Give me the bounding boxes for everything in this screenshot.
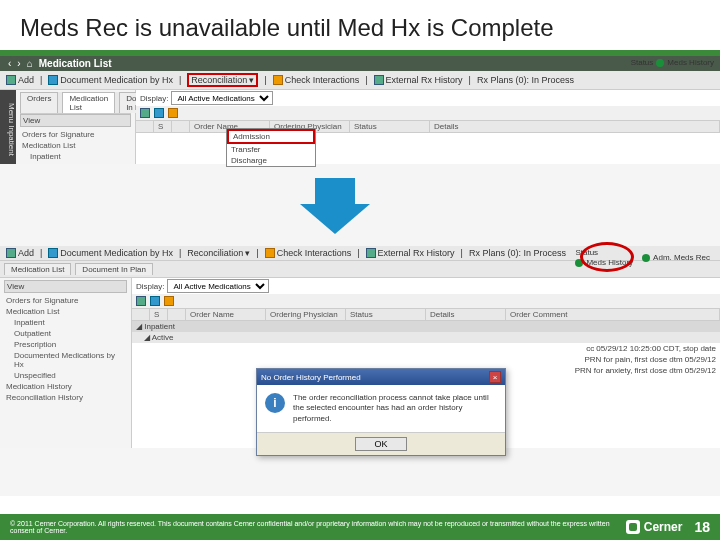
row-doc-hx[interactable]: Documented Medications by Hx [4,350,127,370]
check-interactions-button-2[interactable]: Check Interactions [265,248,352,258]
back-icon[interactable]: ‹ [8,58,11,69]
reconcile-button[interactable]: Reconciliation ▾ [187,73,258,87]
dialog-message: The order reconciliation process cannot … [293,393,497,424]
window-title: Medication List [39,58,112,69]
display-label: Display: [140,94,168,103]
menu-admission[interactable]: Admission [227,129,315,144]
tab-med-list-2[interactable]: Medication List [4,263,71,275]
doc-hx-button-2[interactable]: Document Medication by Hx [48,248,173,258]
ext-rx-button-2[interactable]: External Rx History [366,248,455,258]
grid-toolbar [136,106,720,121]
content-area: ‹ › ⌂ Medication List Add| Document Medi… [0,56,720,496]
tab-doc-in-2[interactable]: Document In Plan [75,263,153,275]
slide-footer: © 2011 Cerner Corporation. All rights re… [0,514,720,540]
menu-transfer[interactable]: Transfer [227,144,315,155]
down-arrow-callout [300,178,370,238]
table-row[interactable]: cc 05/29/12 10:25:00 CDT, stop date [132,343,720,354]
brand-logo: Cerner [626,520,683,534]
tool-icon-2[interactable] [154,108,164,118]
col-details[interactable]: Details [430,121,720,132]
slide-title: Meds Rec is unavailable until Med Hx is … [0,0,720,50]
col-icon [172,121,190,132]
row-med-history[interactable]: Medication History [4,381,127,392]
add-button-2[interactable]: Add [6,248,34,258]
row-inpatient[interactable]: Inpatient [4,317,127,328]
row-prescription[interactable]: Prescription [4,339,127,350]
warning-dialog: No Order History Performed × i The order… [256,368,506,456]
home-icon[interactable]: ⌂ [27,58,33,69]
callout-circle [580,242,634,272]
left-pane-upper: Orders Medication List Document In Plan … [16,90,136,164]
grid-toolbar-2 [132,294,720,309]
col-details-2[interactable]: Details [426,309,506,320]
doc-hx-button[interactable]: Document Medication by Hx [48,75,173,85]
tool-icon-1[interactable] [140,108,150,118]
tab-med-list[interactable]: Medication List [62,92,115,113]
rx-plans-button[interactable]: Rx Plans (0): In Process [477,75,574,85]
dialog-titlebar: No Order History Performed × [257,369,505,385]
col-check [136,121,154,132]
page-number: 18 [694,519,710,535]
right-pane-upper: Display: All Active Medications S Order … [136,90,720,164]
col-comment-2[interactable]: Order Comment [506,309,720,320]
table-row[interactable]: PRN for pain, first dose dtm 05/29/12 [132,354,720,365]
dialog-title: No Order History Performed [261,373,361,382]
inpatient-row[interactable]: Inpatient [20,151,131,162]
group-inpatient[interactable]: ◢ Inpatient [132,321,720,332]
warn-icon [265,248,275,258]
upper-screenshot: ‹ › ⌂ Medication List Add| Document Medi… [0,56,720,164]
reconciliation-menu: Admission Transfer Discharge [226,128,316,167]
side-tab[interactable]: Menu Inpatient [0,90,16,164]
meds-history-status: Meds History [667,58,714,67]
tool-icon-3[interactable] [168,108,178,118]
ok-button[interactable]: OK [355,437,406,451]
rx-plans-button-2[interactable]: Rx Plans (0): In Process [469,248,566,258]
doc-icon [48,75,58,85]
reconcile-button-2[interactable]: Reconciliation ▾ [187,248,250,258]
window-titlebar: ‹ › ⌂ Medication List [0,56,720,71]
info-icon: i [265,393,285,413]
tab-orders[interactable]: Orders [20,92,58,113]
orders-sig-row[interactable]: Orders for Signature [20,129,131,140]
status-upper: Status Meds History [631,58,714,67]
display-select[interactable]: All Active Medications [171,91,273,105]
row-orders-sig[interactable]: Orders for Signature [4,295,127,306]
col-status[interactable]: Status [350,121,430,132]
fwd-icon[interactable]: › [17,58,20,69]
group-active[interactable]: ◢ Active [132,332,720,343]
tool-icon-b[interactable] [150,296,160,306]
check-interactions-button[interactable]: Check Interactions [273,75,360,85]
brand-name: Cerner [644,520,683,534]
display-select-2[interactable]: All Active Medications [167,279,269,293]
med-list-row[interactable]: Medication List [20,140,131,151]
grid-header-upper: S Order Name Ordering Physician Status D… [136,121,720,133]
row-med-list[interactable]: Medication List [4,306,127,317]
main-toolbar: Add| Document Medication by Hx| Reconcil… [0,71,720,90]
adm-dot-icon [642,254,650,262]
logo-icon [626,520,640,534]
tool-icon-c[interactable] [164,296,174,306]
row-outpatient[interactable]: Outpatient [4,328,127,339]
row-recon-history[interactable]: Reconciliation History [4,392,127,403]
copyright-text: © 2011 Cerner Corporation. All rights re… [10,520,626,534]
col-order-name-2[interactable]: Order Name [186,309,266,320]
col-status-2[interactable]: Status [346,309,426,320]
status-label: Status [631,58,654,67]
add-button[interactable]: Add [6,75,34,85]
view-header-2: View [4,280,127,293]
row-unspecified[interactable]: Unspecified [4,370,127,381]
close-icon[interactable]: × [489,371,501,383]
ext-rx-button[interactable]: External Rx History [374,75,463,85]
view-header: View [20,114,131,127]
display-label-2: Display: [136,282,164,291]
plus-icon [6,248,16,258]
grid-header-lower: S Order Name Ordering Physician Status D… [132,309,720,321]
status-dot-icon [656,59,664,67]
tool-icon-a[interactable] [136,296,146,306]
col-s-2[interactable]: S [150,309,168,320]
col-phys-2[interactable]: Ordering Physician [266,309,346,320]
menu-discharge[interactable]: Discharge [227,155,315,166]
plus-icon [6,75,16,85]
col-s: S [154,121,172,132]
left-pane-lower: View Orders for Signature Medication Lis… [0,278,132,448]
